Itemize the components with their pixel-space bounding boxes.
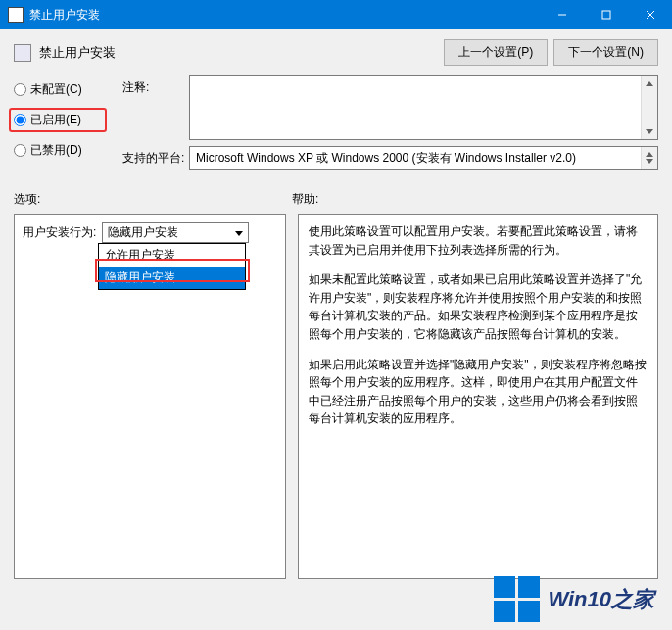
radio-not-configured[interactable]: 未配置(C) (14, 81, 107, 98)
fields: 注释: 支持的平台: Microsoft Windows XP 或 Window… (122, 75, 658, 175)
window-title: 禁止用户安装 (29, 7, 540, 24)
help-paragraph-3: 如果启用此策略设置并选择"隐藏用户安装"，则安装程序将忽略按照每个用户安装的应用… (309, 356, 648, 428)
help-panel: 使用此策略设置可以配置用户安装。若要配置此策略设置，请将其设置为已启用并使用下拉… (298, 214, 658, 579)
close-button[interactable] (628, 0, 672, 29)
radio-not-configured-input[interactable] (14, 83, 26, 96)
scrollbar-icon[interactable] (641, 147, 657, 169)
platform-row: 支持的平台: Microsoft Windows XP 或 Windows 20… (122, 146, 658, 170)
options-label: 选项: (14, 191, 292, 208)
nav-buttons: 上一个设置(P) 下一个设置(N) (444, 39, 658, 66)
comment-textarea[interactable] (189, 75, 658, 140)
behavior-select[interactable]: 隐藏用户安装 (102, 222, 249, 243)
radio-enabled[interactable]: 已启用(E) (9, 108, 107, 132)
platform-field: Microsoft Windows XP 或 Windows 2000 (安装有… (189, 146, 658, 170)
platform-value: Microsoft Windows XP 或 Windows 2000 (安装有… (196, 150, 576, 167)
svg-rect-1 (602, 11, 610, 19)
behavior-select-value: 隐藏用户安装 (108, 224, 178, 241)
titlebar: 禁止用户安装 (0, 0, 672, 29)
help-paragraph-1: 使用此策略设置可以配置用户安装。若要配置此策略设置，请将其设置为已启用并使用下拉… (309, 222, 648, 259)
header-row: 禁止用户安装 上一个设置(P) 下一个设置(N) (14, 39, 658, 66)
next-setting-button[interactable]: 下一个设置(N) (553, 39, 658, 66)
radio-group: 未配置(C) 已启用(E) 已禁用(D) (14, 81, 107, 175)
watermark-text: Win10之家 (548, 585, 654, 614)
radio-disabled[interactable]: 已禁用(D) (14, 142, 107, 159)
maximize-button[interactable] (584, 0, 628, 29)
app-icon (8, 7, 24, 23)
behavior-row: 用户安装行为: 隐藏用户安装 (15, 215, 285, 243)
radio-not-configured-label: 未配置(C) (30, 81, 82, 98)
windows-logo-icon (494, 576, 540, 622)
radio-enabled-input[interactable] (14, 114, 26, 126)
behavior-label: 用户安装行为: (23, 224, 96, 241)
content: 禁止用户安装 上一个设置(P) 下一个设置(N) 未配置(C) 已启用(E) 已… (0, 29, 672, 630)
radio-disabled-label: 已禁用(D) (30, 142, 82, 159)
watermark: Win10之家 (494, 576, 654, 622)
policy-icon (14, 44, 31, 62)
section-labels: 选项: 帮助: (14, 191, 658, 208)
prev-setting-button[interactable]: 上一个设置(P) (444, 39, 548, 66)
platform-label: 支持的平台: (122, 146, 189, 167)
comment-row: 注释: (122, 75, 658, 140)
dropdown-option-hide[interactable]: 隐藏用户安装 (99, 267, 245, 289)
help-label: 帮助: (292, 191, 318, 208)
behavior-dropdown[interactable]: 允许用户安装 隐藏用户安装 (98, 243, 246, 290)
help-paragraph-2: 如果未配置此策略设置，或者如果已启用此策略设置并选择了"允许用户安装"，则安装程… (309, 270, 648, 343)
radio-disabled-input[interactable] (14, 144, 26, 157)
minimize-button[interactable] (540, 0, 584, 29)
dropdown-option-allow[interactable]: 允许用户安装 (99, 244, 245, 267)
lower-panels: 用户安装行为: 隐藏用户安装 允许用户安装 隐藏用户安装 使用此策略设置可以配置… (14, 214, 658, 579)
comment-label: 注释: (122, 75, 189, 96)
window-controls (540, 0, 672, 29)
scrollbar-icon[interactable] (641, 76, 657, 139)
mid-section: 未配置(C) 已启用(E) 已禁用(D) 注释: 支持的平台: Micr (14, 75, 658, 175)
page-title: 禁止用户安装 (39, 44, 116, 62)
options-panel: 用户安装行为: 隐藏用户安装 允许用户安装 隐藏用户安装 (14, 214, 286, 579)
radio-enabled-label: 已启用(E) (30, 112, 81, 128)
